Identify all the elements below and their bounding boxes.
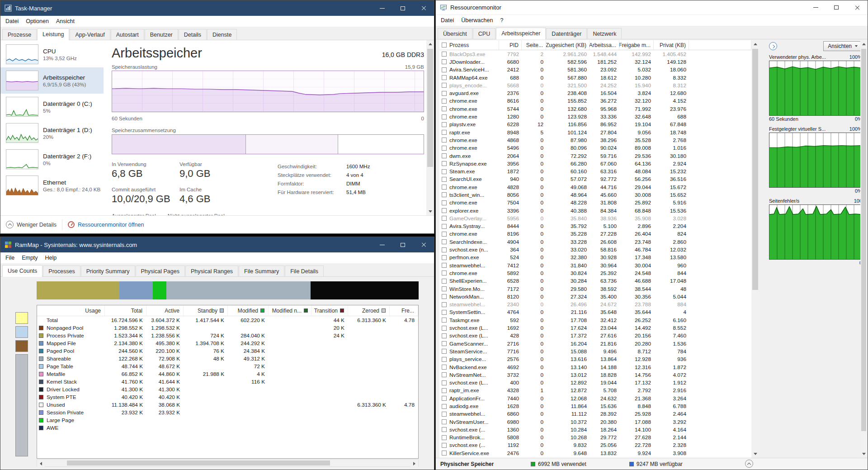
usage-row[interactable]: Metafile 66.852 K 44.860 K 21.988 K 4 K [37,370,418,378]
usage-row[interactable]: Process Private 1.523.344 K 1.238.556 K … [37,332,418,339]
resmon-titlebar[interactable]: Ressourcenmonitor [436,0,868,15]
process-checkbox[interactable] [442,451,447,456]
maximize-button[interactable] [392,237,413,252]
process-checkbox[interactable] [442,380,447,385]
process-row[interactable]: dwm.exe 2064 0 72.292 59.716 29.536 30.1… [439,152,751,160]
process-row[interactable]: svchost.exe (n... 364 0 33.020 58.816 46… [439,246,751,253]
process-checkbox[interactable] [442,247,447,252]
usage-row[interactable]: Nonpaged Pool 1.298.552 K 1.298.532 K 20… [37,324,418,332]
column-header[interactable]: Active [146,305,184,316]
process-checkbox[interactable] [442,161,447,166]
process-row[interactable]: chrome.exe 7504 0 48.228 31.808 25.892 5… [439,199,751,207]
process-checkbox[interactable] [442,99,447,104]
scroll-left-button[interactable] [37,460,45,467]
process-checkbox[interactable] [442,271,447,275]
process-row[interactable]: svchost.exe (L... 428 0 17.372 27.616 20… [439,332,751,340]
column-header[interactable]: Fre... [390,305,418,316]
minimize-button[interactable] [805,0,826,14]
process-checkbox[interactable] [442,138,447,142]
usage-row[interactable]: Unused 11.138.484 K 38.068 K 6.313.360 K… [37,401,418,408]
process-checkbox[interactable] [442,263,447,268]
process-checkbox[interactable] [442,185,447,190]
process-row[interactable]: Avira.Systray... 8444 0 35.792 5.100 2.8… [439,223,751,230]
rammap-titlebar[interactable]: RamMap - Sysinternals: www.sysinternals.… [0,237,434,252]
menu-item[interactable]: ? [496,16,507,25]
usage-row[interactable]: AWE [37,424,418,432]
tab[interactable]: Autostart [111,29,144,40]
menu-item[interactable]: Help [42,253,61,262]
usage-row[interactable]: Large Page [37,416,418,424]
process-row[interactable]: JDownloader... 6680 0 582.596 181.252 32… [439,58,751,66]
tab[interactable]: Arbeitsspeicher [496,28,546,39]
process-row[interactable]: chrome.exe 8196 0 35.228 27.228 26.404 8… [439,230,751,238]
scroll-thumb[interactable] [67,461,330,465]
usage-row[interactable]: Total 16.724.596 K 3.604.372 K 1.417.544… [37,316,418,324]
process-row[interactable]: ShellExperien... 6528 0 30.284 63.736 46… [439,277,751,285]
process-row[interactable]: chrome.exe 5892 0 30.824 25.392 24.548 8… [439,269,751,277]
process-row[interactable]: perfmon.exe 524 0 32.380 30.928 17.348 1… [439,254,751,261]
process-row[interactable]: plays_encode... 5668 0 321.500 24.252 15… [439,81,751,89]
process-row[interactable]: svchost.exe (L... 1692 0 17.624 23.044 1… [439,324,751,332]
process-row[interactable]: chrome.exe 4868 0 87.980 38.296 35.528 2… [439,136,751,144]
menu-item[interactable]: Optionen [22,17,52,26]
menu-item[interactable]: Empty [18,253,41,262]
collapse-section-button[interactable] [745,460,753,468]
scroll-down-button[interactable] [751,450,759,458]
process-row[interactable]: NvStreamUser... 6980 0 10.372 20.380 17.… [439,418,751,426]
process-row[interactable]: audiodg.exe 1628 0 11.864 15.636 8.848 6… [439,402,751,410]
menu-item[interactable]: Ansicht [52,17,78,26]
process-checkbox[interactable] [442,114,447,119]
process-checkbox[interactable] [442,91,447,96]
tab[interactable]: Priority Summary [81,266,135,276]
process-checkbox[interactable] [442,372,447,377]
process-row[interactable]: NvStreamNet... 3732 0 13.012 18.828 14.7… [439,371,751,379]
rammap-horizontal-scrollbar[interactable] [37,459,419,467]
process-table-scrollbar[interactable] [751,40,759,458]
process-row[interactable]: chrome.exe 1280 0 123.928 33.336 32.648 … [439,113,751,120]
sidebar-item-memory[interactable]: Arbeitsspeicher6,9/15,9 GB (43%) [0,67,104,94]
column-header[interactable]: Modified n... [269,305,312,316]
process-checkbox[interactable] [442,255,447,260]
process-checkbox[interactable] [442,310,447,315]
process-column-header[interactable]: Prozess [439,40,499,50]
process-row[interactable]: BlackOps3.exe 7792 2 2.961.260 1.548.444… [439,50,751,58]
close-button[interactable] [413,237,434,252]
process-checkbox[interactable] [442,177,447,182]
process-checkbox[interactable] [442,106,447,111]
usage-row[interactable]: Session Private 23.932 K 23.932 K [37,408,418,416]
process-checkbox[interactable] [442,192,447,197]
process-row[interactable]: chrome.exe 5496 0 80.096 90.024 89.008 1… [439,144,751,152]
process-checkbox[interactable] [442,200,447,205]
process-row[interactable]: chrome.exe 5744 0 132.680 95.968 71.992 … [439,105,751,113]
tab[interactable]: Use Counts [2,265,42,277]
tab[interactable]: Details [179,29,207,40]
menu-item[interactable]: Datei [437,16,458,25]
process-checkbox[interactable] [442,153,447,158]
tab[interactable]: Netzwerk [587,28,622,39]
process-checkbox[interactable] [442,146,447,151]
process-row[interactable]: RzSynapse.exe 3956 0 66.280 67.060 64.13… [439,160,751,167]
menu-item[interactable]: Datei [2,17,22,26]
process-row[interactable]: SystemSettin... 4764 0 21.116 35.648 35.… [439,309,751,316]
scroll-down-button[interactable] [426,208,434,215]
tab[interactable]: Prozesse [2,29,37,40]
usage-row[interactable]: Shareable 122.268 K 72.908 K 48 K 49.312… [37,355,418,362]
process-checkbox[interactable] [442,435,447,440]
usage-row[interactable]: System PTE 40.420 K 40.420 K [37,393,418,401]
process-row[interactable]: avguard.exe 2376 0 238.408 16.504 3.824 … [439,89,751,97]
process-row[interactable]: Steam.exe 1872 0 60.160 63.316 48.084 15… [439,167,751,175]
process-checkbox[interactable] [442,224,447,229]
process-row[interactable]: steamwebhel... 6860 0 11.112 28.392 25.9… [439,410,751,418]
taskmanager-titlebar[interactable]: Task-Manager [0,0,434,16]
open-resource-monitor-link[interactable]: Ressourcenmonitor öffnen [68,221,144,228]
process-checkbox[interactable] [442,169,447,174]
scroll-up-button[interactable] [751,40,759,48]
process-checkbox[interactable] [442,122,447,127]
process-checkbox[interactable] [442,75,447,80]
shareable-column-header[interactable]: Freigabe m... [619,40,654,50]
sidebar-item-disk2[interactable]: Datenträger 2 (F:)0% [0,146,104,172]
views-button[interactable]: Ansichten [823,41,862,51]
close-button[interactable] [847,0,868,14]
menu-item[interactable]: Überwachen [458,16,496,25]
process-checkbox[interactable] [442,208,447,213]
